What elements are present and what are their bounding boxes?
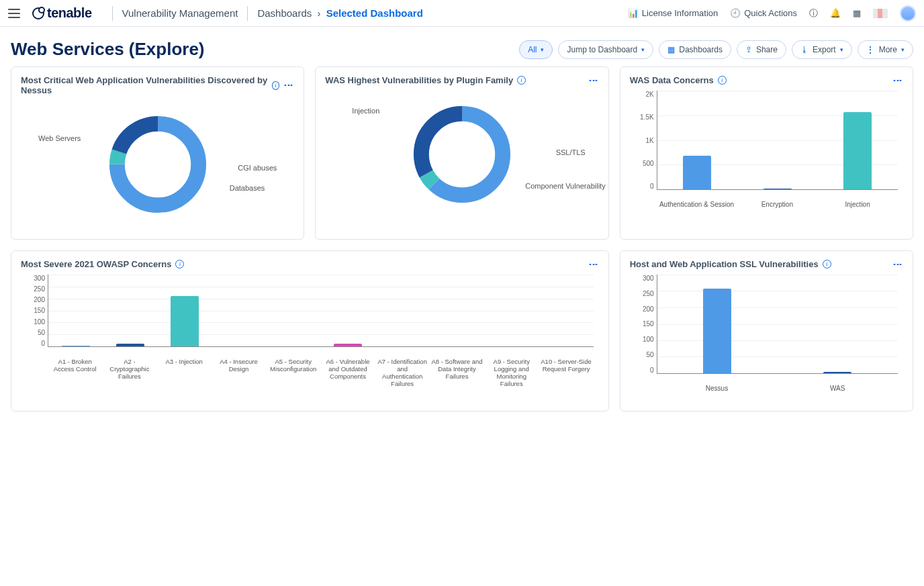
card-title: Most Severe 2021 OWASP Concerns xyxy=(21,259,171,269)
more-dropdown[interactable]: ⋮More▾ xyxy=(858,40,913,59)
card-title: WAS Highest Vulnerabilities by Plugin Fa… xyxy=(325,75,513,85)
bell-icon[interactable]: 🔔 xyxy=(830,8,841,18)
card-menu-button[interactable]: ⋮ xyxy=(892,260,903,269)
card-menu-button[interactable]: ⋮ xyxy=(283,81,294,90)
x-label: A1 - Broken Access Control xyxy=(48,358,102,387)
x-label: Nessus xyxy=(657,385,778,392)
info-icon[interactable]: i xyxy=(272,81,280,90)
breadcrumb-root[interactable]: Dashboards xyxy=(257,7,312,19)
share-icon: ⇪ xyxy=(745,45,752,54)
apps-icon[interactable]: ▦ xyxy=(853,8,861,18)
export-dropdown[interactable]: ⭳Export▾ xyxy=(792,40,852,59)
slice-label: Web Servers xyxy=(38,134,81,142)
bar-was[interactable] xyxy=(823,372,851,373)
card-menu-button[interactable]: ⋮ xyxy=(588,260,599,269)
dashboards-label: Dashboards xyxy=(679,45,723,54)
separator xyxy=(112,6,113,21)
jump-dashboard-dropdown[interactable]: Jump to Dashboard▾ xyxy=(558,40,653,59)
product-name[interactable]: Vulnerability Management xyxy=(122,7,238,19)
card-title: Most Critical Web Application Vulnerabil… xyxy=(21,75,268,95)
action-bar: All▾ Jump to Dashboard▾ ▦Dashboards ⇪Sha… xyxy=(519,40,913,59)
chevron-down-icon: ▾ xyxy=(840,46,843,53)
bar-chart-icon: 📊 xyxy=(628,8,639,18)
donut-chart[interactable]: Injection SSL/TLS Component Vulnerabilit… xyxy=(325,91,598,218)
jump-label: Jump to Dashboard xyxy=(567,45,637,54)
menu-icon[interactable] xyxy=(8,9,20,18)
filter-all-dropdown[interactable]: All▾ xyxy=(519,40,553,59)
filter-all-label: All xyxy=(528,45,537,54)
locale-flag[interactable] xyxy=(873,9,888,18)
bar-a3[interactable] xyxy=(171,296,199,346)
card-was-plugin-family: WAS Highest Vulnerabilities by Plugin Fa… xyxy=(315,66,608,240)
donut-chart[interactable]: Web Servers CGI abuses Databases xyxy=(21,101,294,228)
x-label: A3 - Injection xyxy=(157,358,212,387)
dashboard-grid: Most Critical Web Application Vulnerabil… xyxy=(0,66,924,425)
chevron-down-icon: ▾ xyxy=(901,46,905,53)
x-label: A8 - Software and Data Integrity Failure… xyxy=(430,358,484,387)
license-label: License Information xyxy=(642,8,718,18)
logo-text: tenable xyxy=(47,5,92,21)
page-header: Web Services (Explore) All▾ Jump to Dash… xyxy=(0,27,924,66)
export-icon: ⭳ xyxy=(800,45,808,54)
top-bar: tenable Vulnerability Management Dashboa… xyxy=(0,0,924,27)
bar-chart[interactable]: 300250200150100500 xyxy=(21,275,599,355)
license-info-link[interactable]: 📊 License Information xyxy=(628,8,718,18)
share-label: Share xyxy=(756,45,778,54)
x-label: A9 - Security Logging and Monitoring Fai… xyxy=(484,358,539,387)
quick-actions-button[interactable]: 🕘 Quick Actions xyxy=(730,8,797,18)
separator xyxy=(247,6,248,21)
slice-label: CGI abuses xyxy=(238,164,277,172)
card-menu-button[interactable]: ⋮ xyxy=(892,76,903,85)
more-label: More xyxy=(879,45,897,54)
x-label: WAS xyxy=(777,385,898,392)
y-axis: 300250200150100500 xyxy=(21,275,45,347)
card-was-data-concerns: WAS Data Concerns i ⋮ 2K1.5K1K5000 Authe… xyxy=(620,66,913,240)
slice-label: Injection xyxy=(352,107,379,115)
brand-logo[interactable]: tenable xyxy=(32,5,92,21)
bar-chart[interactable]: 300250200150100500 xyxy=(630,275,903,382)
bar-nessus[interactable] xyxy=(703,289,731,373)
x-label: Injection xyxy=(817,201,898,208)
clock-icon: 🕘 xyxy=(730,8,741,18)
bar-encryption[interactable] xyxy=(764,189,792,189)
info-icon[interactable]: i xyxy=(517,76,526,85)
slice-label: Component Vulnerability xyxy=(525,182,605,190)
x-axis-labels: NessusWAS xyxy=(657,385,898,392)
card-critical-web-vulns: Most Critical Web Application Vulnerabil… xyxy=(11,66,304,240)
bar-chart[interactable]: 2K1.5K1K5000 xyxy=(630,91,903,198)
x-label: Authentication & Session xyxy=(657,201,737,208)
x-label: A6 - Vulnerable and Outdated Components xyxy=(320,358,375,387)
x-label: Encryption xyxy=(737,201,817,208)
bar-a1[interactable] xyxy=(62,346,90,346)
avatar[interactable] xyxy=(900,5,916,21)
grid-icon: ▦ xyxy=(667,45,675,54)
dashboards-button[interactable]: ▦Dashboards xyxy=(659,40,731,59)
x-axis-labels: A1 - Broken Access ControlA2 - Cryptogra… xyxy=(48,358,594,387)
bar-authentication-&-session[interactable] xyxy=(683,156,711,189)
page-title: Web Services (Explore) xyxy=(11,39,205,60)
more-icon: ⋮ xyxy=(866,45,875,54)
y-axis: 300250200150100500 xyxy=(630,275,654,374)
x-label: A7 - Identification and Authentication F… xyxy=(375,358,430,387)
info-icon[interactable]: i xyxy=(823,260,831,268)
export-label: Export xyxy=(813,45,836,54)
x-label: A10 - Server-Side Request Forgery xyxy=(539,358,593,387)
info-icon[interactable]: i xyxy=(718,76,727,85)
x-label: A2 - Cryptographic Failures xyxy=(102,358,156,387)
quick-actions-label: Quick Actions xyxy=(744,8,797,18)
slice-label: SSL/TLS xyxy=(556,148,586,156)
card-owasp-concerns: Most Severe 2021 OWASP Concerns i ⋮ 3002… xyxy=(11,250,609,411)
logo-icon xyxy=(32,7,44,19)
chevron-right-icon: › xyxy=(317,7,320,19)
card-menu-button[interactable]: ⋮ xyxy=(588,76,599,85)
x-label: A5 - Security Misconfiguration xyxy=(266,358,320,387)
bar-a6[interactable] xyxy=(334,344,362,346)
card-title: WAS Data Concerns xyxy=(630,75,714,85)
card-title: Host and Web Application SSL Vulnerabili… xyxy=(630,259,819,269)
share-button[interactable]: ⇪Share xyxy=(737,40,786,59)
bar-a2[interactable] xyxy=(116,344,144,346)
info-icon[interactable]: i xyxy=(175,260,184,268)
bar-injection[interactable] xyxy=(843,112,872,189)
x-axis-labels: Authentication & SessionEncryptionInject… xyxy=(657,201,898,208)
help-icon[interactable]: ⓘ xyxy=(809,7,818,19)
